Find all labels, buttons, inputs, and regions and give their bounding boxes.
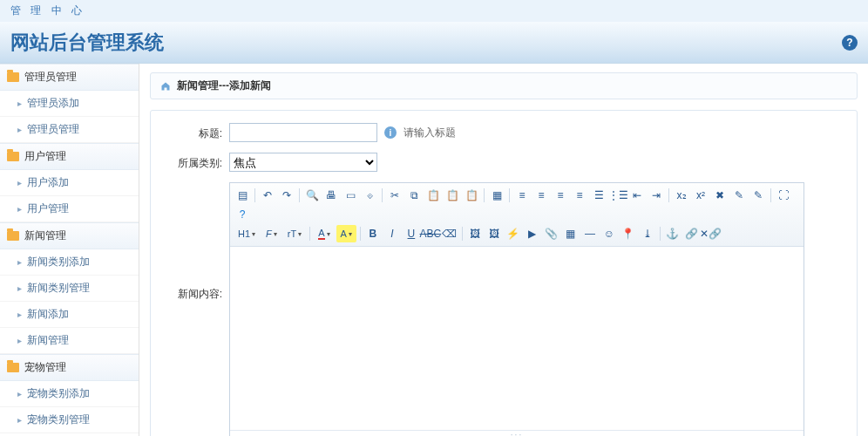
title-label: 标题: (166, 123, 229, 141)
separator (462, 227, 463, 241)
help-icon[interactable]: ? (842, 35, 858, 51)
breadcrumb: 新闻管理---添加新闻 (150, 72, 858, 99)
separator (484, 188, 485, 202)
topbar-title: 管 理 中 心 (10, 4, 85, 17)
paste-icon[interactable]: 📋 (424, 187, 442, 204)
fullscreen-icon[interactable]: ⛶ (775, 187, 792, 204)
category-select[interactable]: 焦点 (229, 153, 377, 172)
resize-handle[interactable]: ··· (230, 430, 804, 436)
print-icon[interactable]: 🖶 (322, 187, 340, 204)
sup-icon[interactable]: x² (692, 187, 709, 204)
sidebar-group-header[interactable]: 管理员管理 (0, 64, 139, 91)
sidebar-item[interactable]: 宠物类别管理 (0, 407, 139, 433)
sidebar-group-header[interactable]: 新闻管理 (0, 222, 139, 249)
title-input[interactable] (229, 123, 377, 142)
sidebar-item-label: 新闻类别管理 (27, 281, 90, 296)
sidebar-item[interactable]: 新闻类别添加 (0, 249, 139, 276)
sub-icon[interactable]: x₂ (673, 187, 690, 204)
sidebar-group-header[interactable]: 宠物管理 (0, 354, 139, 381)
sidebar-item[interactable]: 管理员管理 (0, 117, 139, 143)
sidebar-item[interactable]: 新闻类别管理 (0, 276, 139, 302)
folder-icon (7, 72, 19, 82)
selectall-icon[interactable]: ▦ (488, 187, 505, 204)
sidebar-item-label: 用户添加 (27, 175, 69, 190)
heading-select[interactable]: H1▾ (234, 225, 260, 242)
cut-icon[interactable]: ✂ (386, 187, 403, 204)
align-center-icon[interactable]: ≡ (532, 187, 550, 204)
multiimage-icon[interactable]: 🖼 (485, 225, 503, 242)
folder-icon (7, 363, 19, 372)
quickformat-icon[interactable]: ✎ (730, 187, 748, 204)
editor-content[interactable] (230, 247, 804, 430)
home-icon (159, 81, 172, 92)
redo-icon[interactable]: ↷ (278, 187, 295, 204)
sidebar-group-label: 管理员管理 (24, 70, 77, 85)
align-justify-icon[interactable]: ≡ (571, 187, 588, 204)
removeformat-icon[interactable]: ⌫ (441, 225, 458, 242)
file-icon[interactable]: 📎 (543, 225, 560, 242)
clear-icon[interactable]: ✖ (711, 187, 729, 204)
ol-icon[interactable]: ☰ (590, 187, 607, 204)
separator (299, 188, 300, 202)
font-select[interactable]: F▾ (261, 225, 281, 242)
hr-icon[interactable]: — (581, 225, 599, 242)
bgcolor-select[interactable]: A▾ (336, 225, 356, 242)
separator (360, 227, 361, 241)
sidebar-group-label: 用户管理 (24, 149, 66, 164)
separator (660, 227, 661, 241)
selectformat-icon[interactable]: ✎ (749, 187, 767, 204)
form-panel: 标题: i 请输入标题 所属类别: 焦点 新闻内容: (150, 110, 858, 436)
sidebar-item[interactable]: 用户管理 (0, 196, 139, 222)
map-icon[interactable]: 📍 (620, 225, 637, 242)
paste-word-icon[interactable]: 📋 (463, 187, 480, 204)
bold-icon[interactable]: B (364, 225, 382, 242)
pagebreak-icon[interactable]: ⤓ (639, 225, 656, 242)
sidebar-item[interactable]: 用户添加 (0, 170, 139, 196)
separator (309, 227, 310, 241)
ul-icon[interactable]: ⋮☰ (609, 187, 627, 204)
template-icon[interactable]: ▭ (342, 187, 359, 204)
content-label: 新闻内容: (166, 182, 229, 302)
emoticon-icon[interactable]: ☺ (600, 225, 618, 242)
fontsize-select[interactable]: rT▾ (283, 225, 306, 242)
separator (254, 188, 255, 202)
outdent-icon[interactable]: ⇤ (628, 187, 646, 204)
topbar: 管 理 中 心 (0, 0, 868, 22)
image-icon[interactable]: 🖼 (466, 225, 484, 242)
align-left-icon[interactable]: ≡ (513, 187, 531, 204)
italic-icon[interactable]: I (383, 225, 401, 242)
underline-icon[interactable]: U (403, 225, 420, 242)
about-icon[interactable]: ? (234, 206, 251, 223)
link-icon[interactable]: 🔗 (683, 225, 701, 242)
media-icon[interactable]: ▶ (524, 225, 541, 242)
unlink-icon[interactable]: ✕🔗 (702, 225, 720, 242)
sidebar-group-label: 新闻管理 (24, 228, 66, 243)
rich-editor: ▤ ↶ ↷ 🔍 🖶 ▭ ⟐ ✂ ⧉ (229, 182, 804, 436)
sidebar-item-label: 宠物类别添加 (27, 386, 90, 401)
copy-icon[interactable]: ⧉ (405, 187, 423, 204)
source-icon[interactable]: ▤ (234, 187, 251, 204)
separator (770, 188, 771, 202)
fontcolor-select[interactable]: A▾ (314, 225, 334, 242)
folder-icon (7, 152, 19, 161)
strike-icon[interactable]: ABC (422, 225, 439, 242)
table-icon[interactable]: ▦ (562, 225, 580, 242)
flash-icon[interactable]: ⚡ (505, 225, 522, 242)
paste-plain-icon[interactable]: 📋 (444, 187, 461, 204)
sidebar-item[interactable]: 管理员添加 (0, 91, 139, 117)
anchor-icon[interactable]: ⚓ (664, 225, 682, 242)
undo-icon[interactable]: ↶ (259, 187, 276, 204)
sidebar-item-label: 管理员管理 (27, 122, 79, 137)
sidebar-item[interactable]: 新闻管理 (0, 328, 139, 354)
sidebar-item[interactable]: 新闻添加 (0, 302, 139, 328)
align-right-icon[interactable]: ≡ (552, 187, 569, 204)
indent-icon[interactable]: ⇥ (648, 187, 665, 204)
editor-toolbar: ▤ ↶ ↷ 🔍 🖶 ▭ ⟐ ✂ ⧉ (230, 183, 804, 247)
preview-icon[interactable]: 🔍 (303, 187, 321, 204)
sidebar-item[interactable]: 宠物类别添加 (0, 381, 139, 407)
sidebar-group-header[interactable]: 用户管理 (0, 143, 139, 170)
info-icon: i (384, 126, 397, 139)
sidebar-item-label: 新闻添加 (27, 307, 69, 322)
sidebar-item-label: 新闻管理 (27, 333, 69, 348)
code-icon[interactable]: ⟐ (361, 187, 378, 204)
